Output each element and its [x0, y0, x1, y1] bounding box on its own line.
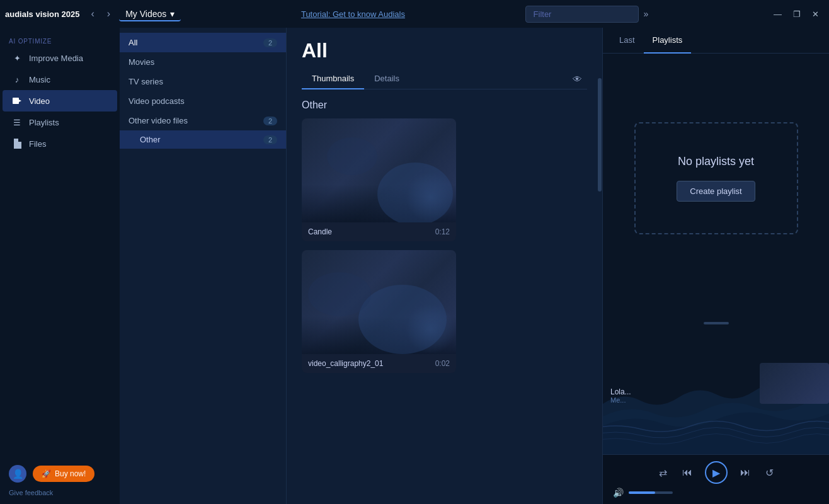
- titlebar: audials vision 2025 ‹ › My Videos ▾ Tuto…: [0, 0, 829, 28]
- video-name-calligraphy: video_calligraphy2_01: [308, 359, 383, 368]
- video-card-candle[interactable]: Candle 0:12: [302, 118, 456, 241]
- video-info-calligraphy: video_calligraphy2_01 0:02: [302, 354, 456, 373]
- playlist-dashed-box: No playlists yet Create playlist: [634, 122, 798, 234]
- improve-media-icon: ✦: [11, 52, 23, 64]
- right-tab-playlists[interactable]: Playlists: [644, 28, 692, 54]
- video-grid: Candle 0:12 video_calligraphy2_01: [302, 118, 587, 373]
- sidebar-item-files[interactable]: Files: [3, 133, 117, 154]
- right-panel: Last Playlists No playlists yet Create p…: [602, 28, 829, 504]
- sidebar-label-video: Video: [29, 96, 50, 106]
- video-thumbnail-calligraphy: [302, 250, 456, 354]
- scrollbar-thumb[interactable]: [598, 78, 602, 192]
- nav-sub-item-other[interactable]: Other 2: [120, 130, 286, 149]
- window-controls: — ❐ ✕: [769, 7, 824, 21]
- minimize-button[interactable]: —: [769, 7, 787, 21]
- sidebar-bottom-row: 👤 🚀 Buy now!: [9, 465, 111, 483]
- play-button[interactable]: ▶: [705, 461, 728, 484]
- sidebar-item-improve-media[interactable]: ✦ Improve Media: [3, 47, 117, 69]
- rocket-icon: 🚀: [42, 469, 51, 478]
- volume-icon[interactable]: 🔊: [613, 488, 624, 498]
- nav-badge-all: 2: [263, 38, 277, 47]
- player-controls: ⇄ ⏮ ▶ ⏭ ↺: [613, 461, 819, 484]
- nav-panel: All 2 Movies TV series Video podcasts Ot…: [120, 28, 287, 504]
- sidebar-item-music[interactable]: ♪ Music: [3, 69, 117, 90]
- sidebar-label-playlists: Playlists: [29, 118, 59, 127]
- content-header: All Thumbnails Details 👁: [287, 28, 602, 89]
- svg-point-4: [358, 285, 447, 354]
- player-bar: ⇄ ⏮ ▶ ⏭ ↺ 🔊: [603, 454, 829, 504]
- svg-rect-0: [13, 98, 19, 104]
- scrollbar-track[interactable]: [597, 78, 602, 447]
- volume-bar[interactable]: [629, 491, 673, 494]
- main-layout: AI OPTIMIZE ✦ Improve Media ♪ Music Vide…: [0, 28, 829, 504]
- svg-point-2: [377, 163, 453, 222]
- sidebar-item-playlists[interactable]: ☰ Playlists: [3, 112, 117, 133]
- maximize-button[interactable]: ❐: [788, 7, 806, 21]
- nav-label-other-video-files: Other video files: [129, 116, 188, 125]
- nav-sub-label-other: Other: [140, 135, 161, 144]
- give-feedback-link[interactable]: Give feedback: [9, 489, 111, 496]
- music-icon: ♪: [11, 74, 23, 85]
- now-playing-artist: Me...: [610, 396, 631, 404]
- nav-badge-other-video-files: 2: [263, 117, 277, 125]
- nav-item-video-podcasts[interactable]: Video podcasts: [120, 91, 286, 111]
- nav-item-tv-series[interactable]: TV series: [120, 72, 286, 91]
- content-body: Other Candle 0:12: [287, 89, 602, 504]
- current-view-button[interactable]: My Videos ▾: [119, 6, 181, 21]
- thumb-decoration-candle: [302, 118, 456, 222]
- mini-player-card: [760, 363, 829, 404]
- right-tab-last[interactable]: Last: [610, 28, 644, 54]
- shuffle-button[interactable]: ⇄: [656, 464, 670, 481]
- nav-item-other-video-files[interactable]: Other video files 2: [120, 111, 286, 130]
- playlist-empty-area: No playlists yet Create playlist: [603, 54, 829, 316]
- tab-thumbnails[interactable]: Thumbnails: [302, 69, 364, 89]
- now-playing-title: Lola...: [610, 387, 631, 396]
- tutorial-link[interactable]: Tutorial: Get to know Audials: [301, 9, 405, 19]
- buy-now-button[interactable]: 🚀 Buy now!: [33, 466, 94, 482]
- close-button[interactable]: ✕: [807, 7, 824, 21]
- dropdown-icon: ▾: [170, 9, 174, 19]
- mini-thumb: [760, 363, 829, 404]
- right-panel-wave-area: Lola... Me...: [603, 316, 829, 454]
- now-playing-info: Lola... Me...: [610, 387, 631, 404]
- video-info-candle: Candle 0:12: [302, 222, 456, 241]
- nav-item-movies[interactable]: Movies: [120, 52, 286, 72]
- user-avatar[interactable]: 👤: [9, 465, 26, 483]
- svg-marker-1: [19, 100, 21, 102]
- files-icon: [11, 138, 23, 149]
- repeat-button[interactable]: ↺: [763, 464, 776, 481]
- nav-item-all[interactable]: All 2: [120, 33, 286, 52]
- video-card-calligraphy[interactable]: video_calligraphy2_01 0:02: [302, 250, 456, 373]
- forward-button[interactable]: ›: [103, 6, 114, 22]
- sidebar-bottom: 👤 🚀 Buy now! Give feedback: [0, 457, 120, 504]
- visibility-icon[interactable]: 👁: [573, 74, 582, 84]
- playlists-icon: ☰: [11, 117, 23, 128]
- content-title: All: [302, 39, 587, 62]
- filter-input[interactable]: [525, 6, 639, 23]
- previous-button[interactable]: ⏮: [680, 464, 695, 481]
- right-panel-tabs: Last Playlists: [603, 28, 829, 54]
- more-options-icon[interactable]: »: [644, 9, 649, 19]
- content-tabs: Thumbnails Details 👁: [302, 69, 587, 89]
- volume-fill: [629, 491, 655, 494]
- current-view-label: My Videos: [125, 9, 166, 19]
- player-progress-bar: 🔊: [613, 488, 819, 498]
- next-button[interactable]: ⏭: [738, 464, 753, 481]
- sidebar-label-files: Files: [29, 139, 46, 149]
- thumb-decoration-calligraphy: [302, 250, 456, 354]
- sidebar: AI OPTIMIZE ✦ Improve Media ♪ Music Vide…: [0, 28, 120, 504]
- sidebar-label-music: Music: [29, 75, 50, 84]
- no-playlists-text: No playlists yet: [678, 155, 754, 168]
- create-playlist-button[interactable]: Create playlist: [677, 181, 755, 202]
- nav-label-tv-series: TV series: [129, 77, 163, 86]
- mini-progress-bar: [704, 322, 729, 324]
- section-label: Other: [302, 100, 587, 111]
- back-button[interactable]: ‹: [88, 6, 98, 22]
- buy-now-label: Buy now!: [55, 469, 86, 478]
- nav-label-movies: Movies: [129, 57, 154, 67]
- svg-point-5: [308, 272, 371, 316]
- sidebar-label-improve-media: Improve Media: [29, 54, 83, 63]
- tab-details[interactable]: Details: [364, 69, 409, 89]
- sidebar-item-video[interactable]: Video: [3, 90, 117, 112]
- nav-sub-badge-other: 2: [263, 135, 277, 144]
